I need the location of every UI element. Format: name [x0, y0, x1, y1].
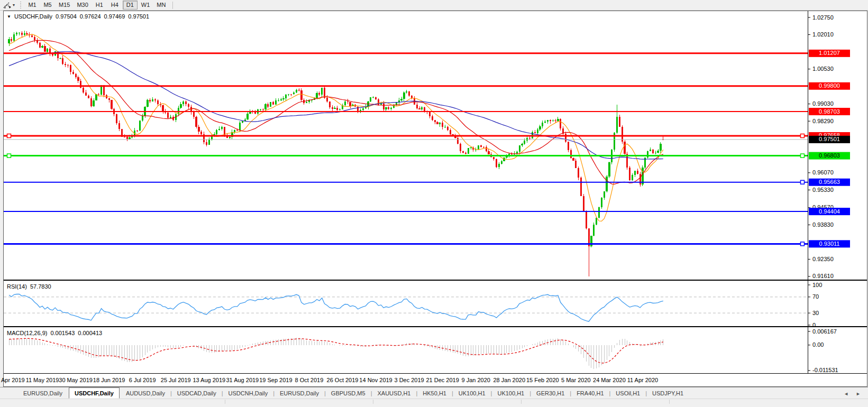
date-label: 15 Feb 2020 — [526, 377, 559, 383]
price-level-tag-label: 0.96803 — [819, 152, 840, 159]
chart-tab-usdjpy-h1[interactable]: USDJPY,H1 — [647, 388, 689, 399]
timeframe-button-h1[interactable]: H1 — [92, 1, 107, 10]
date-label: 18 Jun 2019 — [93, 377, 125, 383]
chart-tab-fra40-h1[interactable]: FRA40,H1 — [571, 388, 609, 399]
tabs-scroll-left-icon[interactable]: ◄ — [844, 391, 848, 396]
macd-tick-label: -0.011531 — [812, 367, 838, 373]
price-level-tag-label: 0.99800 — [819, 82, 840, 89]
chart-title: ▼ USDCHF,Daily 0.97504 0.97624 0.97469 0… — [7, 13, 149, 20]
chart-window: ▼ USDCHF,Daily 0.97504 0.97624 0.97469 0… — [3, 11, 867, 387]
current-price-tag-label: 0.97501 — [819, 136, 840, 142]
price-chart-panel[interactable]: ▼ USDCHF,Daily 0.97504 0.97624 0.97469 0… — [4, 11, 867, 280]
rsi-tick-label: 30 — [812, 310, 819, 316]
price-tick-label: 0.96070 — [812, 169, 834, 175]
chart-tab-uk100-h1[interactable]: UK100,H1 — [492, 388, 529, 399]
date-label: 8 Oct 2019 — [295, 377, 324, 383]
timeframe-button-m1[interactable]: M1 — [25, 1, 40, 10]
timeframe-button-m5[interactable]: M5 — [40, 1, 55, 10]
status-bar — [0, 399, 868, 404]
date-label: 11 May 2019 — [26, 377, 59, 383]
date-label: 26 Oct 2019 — [327, 377, 359, 383]
line-handle[interactable] — [801, 242, 805, 246]
line-handle[interactable] — [801, 154, 805, 158]
toolbar-separator — [172, 2, 173, 9]
chart-tab-usdchf-daily[interactable]: USDCHF,Daily — [69, 387, 120, 399]
price-level-tag-label: 1.01207 — [819, 50, 840, 56]
macd-tick-label: 0.006167 — [812, 328, 837, 335]
price-level-tag-label: 0.94404 — [819, 208, 840, 215]
macd-panel[interactable]: MACD(12,26,9)0.0015430.000413 0.0061670.… — [4, 326, 867, 373]
timeframe-button-mn[interactable]: MN — [153, 1, 169, 10]
price-tick-label: 1.02010 — [812, 31, 834, 38]
moving-average-8 — [9, 34, 663, 221]
line-handle[interactable] — [801, 180, 805, 184]
date-axis[interactable]: 23 Apr 201911 May 201930 May 201918 Jun … — [4, 373, 867, 386]
price-level-tag-label: 0.95663 — [819, 179, 840, 185]
candlestick-chart[interactable]: 1.027501.020101.005300.990300.982900.960… — [4, 11, 867, 280]
price-level-tag-label: 0.98703 — [819, 108, 840, 115]
line-handle[interactable] — [7, 134, 11, 137]
timeframe-button-m15[interactable]: M15 — [56, 1, 73, 10]
collapse-triangle-icon: ▼ — [7, 14, 11, 19]
tabs-scroll-right-icon[interactable]: ► — [856, 391, 861, 396]
chart-tab-xauusd-h1[interactable]: XAUUSD,H1 — [372, 388, 416, 399]
rsi-tick-label: 70 — [812, 293, 819, 300]
macd-label: MACD(12,26,9)0.0015430.000413 — [7, 330, 102, 336]
chart-tab-usdcad-daily[interactable]: USDCAD,Daily — [172, 388, 222, 399]
chart-tab-eurusd-daily[interactable]: EURUSD,Daily — [18, 388, 68, 399]
date-label: 6 Jul 2019 — [129, 377, 156, 383]
rsi-tick-label: 100 — [812, 282, 822, 288]
price-tick-label: 0.98290 — [812, 118, 834, 124]
price-tick-label: 0.93830 — [812, 221, 834, 228]
date-label: 14 Nov 2019 — [359, 377, 392, 383]
date-label: 30 May 2019 — [59, 377, 93, 383]
date-label: 24 Mar 2020 — [593, 377, 626, 383]
timeframe-button-h4[interactable]: H4 — [107, 1, 122, 10]
ohlc-high: 0.97624 — [80, 13, 101, 20]
price-tick-label: 0.99030 — [812, 100, 834, 107]
toolbar-grip — [20, 2, 22, 9]
timeframe-button-d1[interactable]: D1 — [123, 1, 138, 10]
top-toolbar: ▾ M1M5M15M30H1H4D1W1MN — [0, 0, 868, 11]
date-label: 3 Dec 2019 — [394, 377, 424, 383]
date-label: 13 Aug 2019 — [193, 377, 225, 383]
chart-tab-usdcnh-daily[interactable]: USDCNH,Daily — [223, 388, 273, 399]
chart-symbol-label: USDCHF,Daily — [14, 13, 52, 20]
date-label: 19 Sep 2019 — [259, 377, 292, 383]
price-tick-label: 1.00530 — [812, 66, 834, 72]
chart-tab-eurusd-daily[interactable]: EURUSD,Daily — [275, 388, 324, 399]
date-label: 23 Apr 2019 — [0, 377, 25, 383]
rsi-plot[interactable]: 10070300 — [4, 281, 867, 327]
date-label: 11 Apr 2020 — [627, 377, 659, 383]
date-label: 31 Aug 2019 — [226, 377, 259, 383]
price-tick-label: 1.02750 — [812, 14, 834, 21]
chart-tools-caret-icon: ▾ — [13, 3, 15, 7]
chart-tab-hk50-h1[interactable]: HK50,H1 — [417, 388, 452, 399]
timeframe-button-w1[interactable]: W1 — [138, 1, 153, 10]
line-handle[interactable] — [801, 134, 805, 137]
date-label: 25 Jul 2019 — [161, 377, 191, 383]
chart-tools-icon — [3, 2, 12, 9]
timeframe-button-m30[interactable]: M30 — [74, 1, 91, 10]
price-tick-label: 0.95330 — [812, 187, 834, 193]
chart-tab-usoil-h1[interactable]: USOil,H1 — [610, 388, 645, 399]
chart-tab-audusd-daily[interactable]: AUDUSD,Daily — [121, 388, 170, 399]
candles[interactable] — [8, 31, 664, 276]
rsi-label: RSI(14)57.7830 — [7, 283, 51, 290]
line-handle[interactable] — [7, 154, 11, 158]
date-label: 21 Dec 2019 — [426, 377, 459, 383]
price-level-tag-label: 0.93011 — [819, 240, 840, 247]
chart-tools-button[interactable]: ▾ — [1, 1, 17, 10]
price-tick-label: 0.91610 — [812, 273, 834, 279]
date-label: 9 Jan 2020 — [461, 377, 490, 383]
date-label: 5 Mar 2020 — [561, 377, 591, 383]
ohlc-low: 0.97469 — [104, 13, 125, 20]
chart-tab-ger30-h1[interactable]: GER30,H1 — [531, 388, 570, 399]
chart-tab-uk100-h1[interactable]: UK100,H1 — [453, 388, 491, 399]
ohlc-close: 0.97501 — [128, 13, 149, 20]
macd-tick-label: 0.00 — [812, 341, 824, 348]
rsi-panel[interactable]: RSI(14)57.7830 10070300 — [4, 280, 867, 326]
macd-plot[interactable]: 0.0061670.00-0.011531 — [4, 327, 867, 374]
chart-tab-gbpusd-m5[interactable]: GBPUSD,M5 — [326, 388, 371, 399]
date-label: 28 Jan 2020 — [493, 377, 525, 383]
